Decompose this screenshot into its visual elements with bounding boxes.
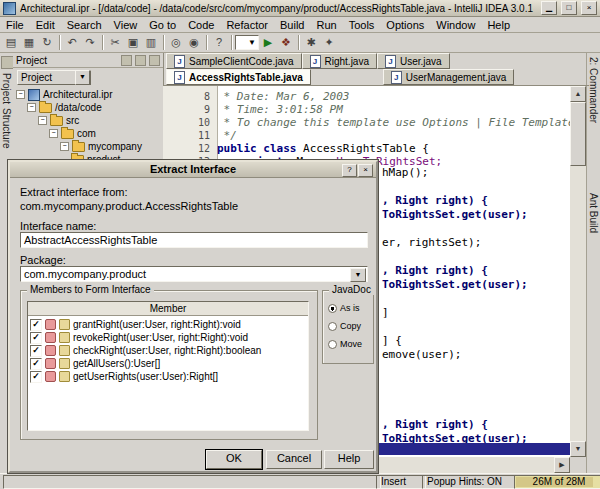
project-view-combo[interactable]: Project ▼ bbox=[17, 70, 91, 85]
interface-name-input[interactable]: AbstractAccessRightsTable bbox=[20, 232, 368, 248]
member-row[interactable]: getUserRights(user:User):Right[] bbox=[30, 370, 218, 383]
tool-tab-ant-build[interactable]: Ant Build bbox=[588, 193, 599, 233]
cut-icon[interactable]: ✂ bbox=[106, 34, 124, 51]
undo-icon[interactable]: ↶ bbox=[63, 34, 81, 51]
sync-icon[interactable]: ↻ bbox=[38, 34, 56, 51]
dialog-help-icon[interactable]: ? bbox=[342, 164, 357, 177]
toolbar-separator bbox=[59, 35, 60, 50]
scroll-to-source-icon[interactable] bbox=[121, 55, 132, 66]
tab-accessrightstable[interactable]: AccessRightsTable.java bbox=[166, 69, 311, 85]
chevron-down-icon[interactable]: ▼ bbox=[75, 70, 90, 85]
code-line[interactable]: 9 * Time: 3:01:58 PM bbox=[163, 103, 343, 116]
copy-icon[interactable]: ▣ bbox=[124, 34, 142, 51]
collapse-handle-icon[interactable] bbox=[38, 116, 47, 125]
menu-code[interactable]: Code bbox=[182, 18, 220, 32]
javadoc-copy-option[interactable]: Copy bbox=[328, 319, 361, 333]
help-button[interactable]: Help bbox=[324, 450, 374, 469]
tool-tab-project[interactable]: Project bbox=[1, 73, 12, 104]
package-combo[interactable]: com.mycompany.product ▼ bbox=[20, 266, 368, 282]
memory-indicator[interactable]: 26M of 28M bbox=[514, 475, 600, 489]
tree-item-project-file[interactable]: Architectural.ipr bbox=[16, 88, 112, 101]
scroll-right-icon[interactable]: ▶ bbox=[554, 457, 570, 473]
member-checkbox[interactable] bbox=[30, 332, 42, 344]
dialog-close-icon[interactable]: × bbox=[358, 164, 373, 177]
menu-window[interactable]: Window bbox=[430, 18, 481, 32]
pin-icon[interactable] bbox=[135, 55, 146, 66]
tool-tab-structure[interactable]: Structure bbox=[1, 108, 12, 149]
scroll-up-icon[interactable]: ▲ bbox=[570, 86, 586, 102]
code-line[interactable]: 10 * To change this template use Options… bbox=[163, 116, 588, 129]
chevron-down-icon[interactable]: ▼ bbox=[350, 268, 366, 282]
editor-vertical-scrollbar[interactable]: ▲ ▼ bbox=[570, 86, 586, 457]
hide-panel-icon[interactable] bbox=[149, 55, 160, 66]
collapse-handle-icon[interactable] bbox=[16, 90, 25, 99]
dialog-titlebar[interactable]: Extract Interface ? × bbox=[10, 162, 376, 178]
member-row[interactable]: checkRight(user:User, right:Right):boole… bbox=[30, 344, 261, 357]
menu-edit[interactable]: Edit bbox=[30, 18, 61, 32]
member-column-header[interactable]: Member bbox=[28, 302, 308, 316]
minimize-button[interactable]: ▁ bbox=[541, 1, 557, 15]
members-table[interactable]: Member grantRight(user:User, right:Right… bbox=[27, 301, 309, 431]
paste-icon[interactable]: ▥ bbox=[142, 34, 160, 51]
menu-build[interactable]: Build bbox=[274, 18, 310, 32]
member-checkbox[interactable] bbox=[30, 345, 42, 357]
cancel-button[interactable]: Cancel bbox=[266, 450, 322, 469]
menu-file[interactable]: File bbox=[0, 18, 30, 32]
ok-button[interactable]: OK bbox=[206, 450, 262, 469]
menu-options[interactable]: Options bbox=[380, 18, 430, 32]
insert-mode-indicator[interactable]: Insert bbox=[376, 475, 426, 489]
help-icon[interactable]: ? bbox=[210, 34, 228, 51]
tree-item-com[interactable]: com bbox=[49, 127, 96, 140]
menu-view[interactable]: View bbox=[108, 18, 144, 32]
tab-sampleclientcode[interactable]: SampleClientCode.java bbox=[166, 53, 302, 69]
tools-icon[interactable]: ✱ bbox=[302, 34, 320, 51]
replace-icon[interactable]: ◉ bbox=[185, 34, 203, 51]
menu-help[interactable]: Help bbox=[481, 18, 516, 32]
code-line[interactable]: 8 * Date: Mar 6, 2003 bbox=[163, 90, 349, 103]
scrollbar-thumb[interactable] bbox=[570, 102, 586, 166]
code-fragment: , Right right) { bbox=[382, 194, 488, 207]
debug-icon[interactable]: ❖ bbox=[277, 34, 295, 51]
collapse-handle-icon[interactable] bbox=[60, 142, 69, 151]
menu-refactor[interactable]: Refactor bbox=[220, 18, 274, 32]
member-checkbox[interactable] bbox=[30, 371, 42, 383]
tab-right-java[interactable]: Right.java bbox=[302, 53, 377, 69]
extract-from-label: Extract interface from: bbox=[20, 186, 128, 198]
tab-usermanagement[interactable]: UserManagement.java bbox=[383, 69, 515, 85]
code-line[interactable]: 12 public class AccessRightsTable { bbox=[163, 142, 429, 155]
javadoc-move-option[interactable]: Move bbox=[328, 337, 362, 351]
member-row[interactable]: revokeRight(user:User, right:Right):void bbox=[30, 331, 248, 344]
collapse-handle-icon[interactable] bbox=[27, 103, 36, 112]
menu-tools[interactable]: Tools bbox=[343, 18, 381, 32]
member-checkbox[interactable] bbox=[30, 319, 42, 331]
member-row[interactable]: grantRight(user:User, right:Right):void bbox=[30, 318, 241, 331]
close-button[interactable]: × bbox=[581, 1, 597, 15]
tab-label: AccessRightsTable.java bbox=[189, 72, 303, 83]
ant-icon[interactable]: ✦ bbox=[320, 34, 338, 51]
maximize-button[interactable]: □ bbox=[561, 1, 577, 15]
tool-tab-commander[interactable]: 2: Commander bbox=[588, 57, 599, 123]
tree-item-data-code[interactable]: /data/code bbox=[27, 101, 102, 114]
tree-item-src[interactable]: src bbox=[38, 114, 79, 127]
open-project-icon[interactable]: ▤ bbox=[2, 34, 20, 51]
window-titlebar[interactable]: Architectural.ipr - [/data/code] - /data… bbox=[0, 0, 600, 17]
find-icon[interactable]: ◎ bbox=[167, 34, 185, 51]
member-row[interactable]: getAllUsers():User[] bbox=[30, 357, 160, 370]
redo-icon[interactable]: ↷ bbox=[81, 34, 99, 51]
menu-goto[interactable]: Go to bbox=[143, 18, 182, 32]
save-all-icon[interactable]: ▦ bbox=[20, 34, 38, 51]
code-line[interactable]: 11 */ bbox=[163, 129, 237, 142]
collapse-handle-icon[interactable] bbox=[49, 129, 58, 138]
menu-search[interactable]: Search bbox=[61, 18, 108, 32]
run-icon[interactable]: ▶ bbox=[259, 34, 277, 51]
package-label: Package: bbox=[20, 254, 66, 266]
javadoc-as-is-option[interactable]: As is bbox=[328, 301, 360, 315]
run-config-combo[interactable]: ▼ bbox=[235, 35, 259, 50]
popup-hints-indicator[interactable]: Popup Hints: ON bbox=[422, 475, 518, 489]
menu-run[interactable]: Run bbox=[310, 18, 342, 32]
tab-user-java[interactable]: User.java bbox=[377, 53, 450, 69]
scroll-down-icon[interactable]: ▼ bbox=[570, 441, 586, 457]
selected-line-highlight bbox=[378, 443, 570, 455]
member-checkbox[interactable] bbox=[30, 358, 42, 370]
tree-item-mycompany[interactable]: mycompany bbox=[60, 140, 142, 153]
